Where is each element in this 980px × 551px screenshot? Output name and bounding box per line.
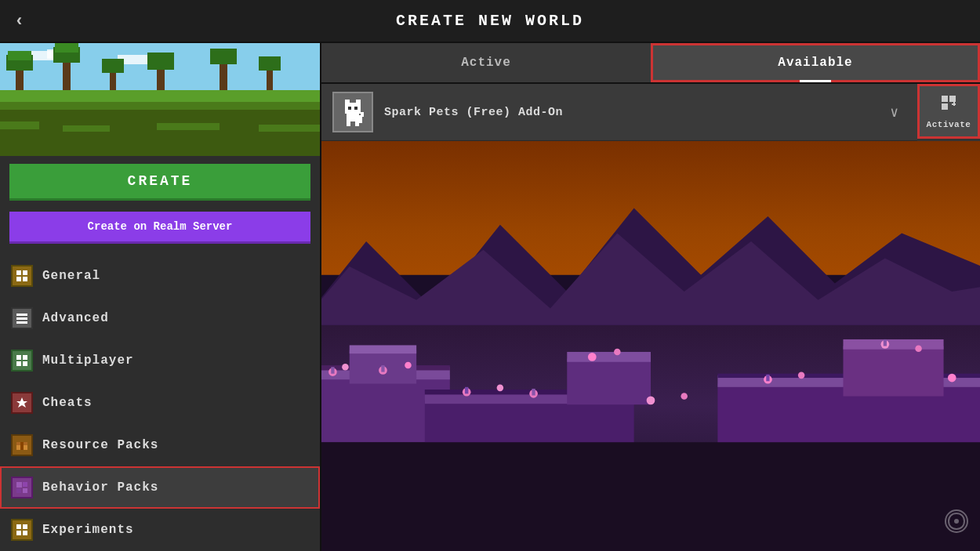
svg-rect-10 (63, 59, 71, 90)
create-button[interactable]: CREATE (9, 164, 310, 201)
svg-point-86 (342, 364, 349, 371)
watermark (944, 509, 969, 540)
sidebar-item-general[interactable]: General (0, 255, 320, 297)
svg-rect-79 (350, 345, 416, 353)
sidebar-item-advanced[interactable]: Advanced (0, 297, 320, 339)
behavior-packs-icon (11, 477, 33, 498)
behavior-packs-label: Behavior Packs (42, 480, 158, 495)
svg-rect-59 (942, 96, 948, 102)
svg-rect-104 (532, 389, 535, 396)
advanced-label: Advanced (42, 311, 109, 325)
activate-button[interactable]: Activate (917, 84, 980, 139)
pack-list: Spark Pets (Free) Add-On ∨ Activate (321, 84, 980, 141)
sidebar-item-experiments[interactable]: Experiments (0, 509, 320, 551)
svg-point-92 (588, 353, 597, 361)
experiments-label: Experiments (42, 523, 134, 537)
svg-rect-103 (465, 387, 468, 394)
svg-point-100 (948, 374, 956, 382)
sidebar-item-multiplayer[interactable]: Multiplayer (0, 339, 320, 382)
svg-rect-5 (0, 102, 320, 110)
pack-item-spark-pets[interactable]: Spark Pets (Free) Add-On ∨ (321, 84, 917, 141)
tab-active[interactable]: Active (321, 43, 651, 82)
svg-rect-39 (20, 442, 24, 450)
svg-rect-102 (381, 365, 384, 372)
svg-rect-27 (16, 277, 21, 281)
svg-point-97 (798, 372, 805, 379)
svg-rect-9 (8, 51, 31, 60)
back-button[interactable]: ‹ (14, 11, 24, 31)
general-icon (11, 265, 33, 287)
cheats-label: Cheats (42, 396, 93, 410)
svg-rect-21 (0, 121, 39, 129)
advanced-icon (11, 307, 33, 329)
svg-rect-50 (345, 103, 361, 114)
svg-rect-82 (843, 346, 943, 397)
svg-rect-55 (347, 121, 350, 126)
svg-rect-42 (16, 488, 21, 493)
svg-rect-34 (16, 361, 21, 366)
svg-point-94 (647, 397, 655, 405)
svg-rect-81 (567, 352, 651, 362)
svg-rect-17 (220, 60, 227, 90)
sidebar-item-resource-packs[interactable]: Resource Packs (0, 424, 320, 466)
svg-rect-52 (356, 100, 361, 104)
experiments-icon (11, 519, 33, 541)
sidebar: CREATE Create on Realm Server General Ad… (0, 43, 321, 551)
svg-rect-14 (102, 59, 124, 73)
svg-rect-12 (55, 43, 78, 53)
svg-rect-24 (259, 125, 320, 132)
header: ‹ CREATE NEW WORLD (0, 0, 980, 43)
activate-label: Activate (927, 120, 971, 129)
world-preview (0, 43, 320, 156)
svg-rect-51 (345, 100, 350, 104)
svg-rect-28 (23, 277, 27, 281)
pack-icon-spark-pets (332, 92, 373, 132)
svg-rect-4 (0, 90, 320, 102)
svg-rect-101 (331, 367, 334, 374)
svg-rect-54 (354, 107, 358, 110)
svg-rect-32 (16, 355, 21, 360)
right-panel: Active Available (321, 43, 980, 551)
svg-rect-30 (16, 317, 27, 320)
svg-rect-44 (16, 524, 21, 529)
svg-rect-56 (355, 121, 359, 126)
resource-packs-label: Resource Packs (42, 438, 158, 452)
svg-rect-25 (16, 270, 21, 275)
svg-rect-40 (16, 482, 22, 488)
tab-available[interactable]: Available (651, 43, 980, 82)
svg-point-93 (614, 349, 621, 356)
svg-rect-22 (63, 125, 110, 132)
sidebar-item-cheats[interactable]: Cheats (0, 382, 320, 424)
svg-rect-58 (361, 112, 364, 117)
svg-marker-36 (16, 397, 27, 408)
svg-rect-63 (953, 102, 955, 106)
svg-rect-84 (321, 442, 980, 551)
cheats-icon (11, 392, 33, 414)
svg-rect-16 (147, 53, 174, 70)
svg-rect-46 (16, 531, 21, 535)
svg-rect-13 (110, 71, 116, 90)
activate-icon (939, 93, 958, 117)
svg-rect-29 (16, 314, 27, 316)
svg-rect-35 (23, 361, 27, 366)
svg-rect-19 (267, 68, 273, 90)
multiplayer-label: Multiplayer (42, 353, 134, 368)
svg-point-95 (681, 393, 688, 400)
svg-rect-31 (16, 321, 27, 324)
svg-point-99 (915, 345, 922, 352)
svg-rect-23 (157, 123, 220, 130)
svg-rect-105 (766, 375, 769, 382)
svg-rect-18 (210, 49, 237, 64)
svg-rect-53 (348, 107, 351, 110)
svg-point-108 (954, 519, 959, 524)
svg-rect-83 (843, 339, 943, 350)
tabs-bar: Active Available (321, 43, 980, 84)
pack-name-spark-pets: Spark Pets (Free) Add-On (384, 106, 890, 119)
svg-rect-33 (23, 355, 27, 360)
realm-button[interactable]: Create on Realm Server (9, 212, 310, 244)
sidebar-item-behavior-packs[interactable]: Behavior Packs (0, 466, 320, 509)
general-label: General (42, 269, 100, 283)
svg-rect-61 (942, 103, 948, 110)
svg-rect-41 (23, 482, 27, 487)
svg-rect-43 (23, 488, 27, 493)
